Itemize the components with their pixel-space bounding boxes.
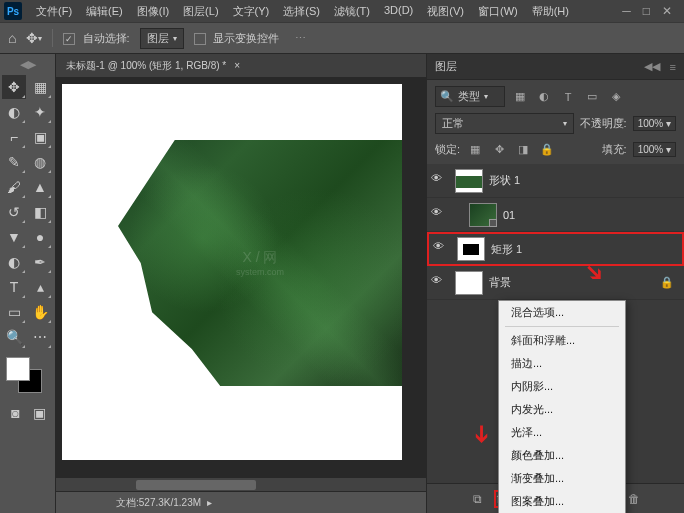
hand-tool[interactable]: ✋ (28, 300, 52, 324)
canvas[interactable]: X / 网 system.com (62, 84, 402, 460)
filter-pixel-icon[interactable]: ▦ (511, 88, 529, 106)
tab-close-button[interactable]: × (234, 60, 240, 71)
document-tab[interactable]: 未标题-1 @ 100% (矩形 1, RGB/8) * × (56, 54, 426, 78)
history-brush-tool[interactable]: ↺ (2, 200, 26, 224)
fx-menu-item[interactable]: 颜色叠加... (499, 444, 625, 467)
heal-tool[interactable]: ◍ (28, 150, 52, 174)
opacity-field[interactable]: 100% ▾ (633, 116, 676, 131)
brush-tool[interactable]: 🖌 (2, 175, 26, 199)
panel-expand-icon[interactable]: ◀◀ (644, 60, 660, 73)
canvas-area[interactable]: X / 网 system.com (56, 78, 426, 477)
filter-adjust-icon[interactable]: ◐ (535, 88, 553, 106)
layer-name[interactable]: 形状 1 (489, 173, 520, 188)
rectangle-tool[interactable]: ▭ (2, 300, 26, 324)
stamp-tool[interactable]: ▲ (28, 175, 52, 199)
fx-menu-item[interactable]: 渐变叠加... (499, 467, 625, 490)
statusbar: 文档:527.3K/1.23M ▸ (56, 491, 426, 513)
layer-type-dropdown[interactable]: 图层 ▾ (140, 28, 184, 49)
menu-view[interactable]: 视图(V) (421, 2, 470, 21)
layers-panel-options: 🔍 类型 ▾ ▦ ◐ T ▭ ◈ 正常 ▾ 不透明度: 100% ▾ 锁定: (427, 80, 684, 164)
auto-select-option[interactable]: 自动选择: (63, 31, 129, 46)
blur-tool[interactable]: ● (28, 225, 52, 249)
layer-thumbnail[interactable] (455, 169, 483, 193)
zoom-tool[interactable]: 🔍 (2, 325, 26, 349)
layer-row[interactable]: 👁形状 1 (427, 164, 684, 198)
delete-layer-icon[interactable]: 🗑 (624, 490, 644, 508)
filter-smart-icon[interactable]: ◈ (607, 88, 625, 106)
menu-window[interactable]: 窗口(W) (472, 2, 524, 21)
eyedropper-tool[interactable]: ✎ (2, 150, 26, 174)
layer-thumbnail[interactable] (457, 237, 485, 261)
filter-type-icon[interactable]: T (559, 88, 577, 106)
layer-thumbnail[interactable] (455, 271, 483, 295)
eraser-tool[interactable]: ◧ (28, 200, 52, 224)
layer-row[interactable]: 👁背景🔒 (427, 266, 684, 300)
dodge-tool[interactable]: ◐ (2, 250, 26, 274)
lock-all-icon[interactable]: 🔒 (538, 140, 556, 158)
menu-type[interactable]: 文字(Y) (227, 2, 276, 21)
menu-file[interactable]: 文件(F) (30, 2, 78, 21)
lock-pixels-icon[interactable]: ▦ (466, 140, 484, 158)
minimize-button[interactable]: ─ (622, 4, 631, 18)
layer-filter-dropdown[interactable]: 🔍 类型 ▾ (435, 86, 505, 107)
show-transform-checkbox[interactable] (194, 33, 206, 45)
gradient-tool[interactable]: ▼ (2, 225, 26, 249)
screen-mode-button[interactable]: ▣ (28, 401, 52, 425)
fx-menu-item[interactable]: 描边... (499, 352, 625, 375)
layer-name[interactable]: 背景 (489, 275, 511, 290)
crop-tool[interactable]: ⌐ (2, 125, 26, 149)
show-transform-option[interactable]: 显示变换控件 (194, 31, 279, 46)
layer-name[interactable]: 矩形 1 (491, 242, 522, 257)
home-button[interactable]: ⌂ (8, 30, 16, 46)
fx-menu-item[interactable]: 光泽... (499, 421, 625, 444)
visibility-toggle[interactable]: 👁 (433, 240, 451, 258)
lock-position-icon[interactable]: ✥ (490, 140, 508, 158)
menu-filter[interactable]: 滤镜(T) (328, 2, 376, 21)
menu-edit[interactable]: 编辑(E) (80, 2, 129, 21)
menu-3d[interactable]: 3D(D) (378, 2, 419, 21)
fx-menu-item[interactable]: 内发光... (499, 398, 625, 421)
close-button[interactable]: ✕ (662, 4, 672, 18)
toolbox-collapse[interactable]: ◀▶ (2, 58, 53, 71)
maximize-button[interactable]: □ (643, 4, 650, 18)
fx-menu-item[interactable]: 内阴影... (499, 375, 625, 398)
layer-thumbnail[interactable] (469, 203, 497, 227)
fx-menu-item[interactable]: 斜面和浮雕... (499, 329, 625, 352)
fx-menu-item[interactable]: 混合选项... (499, 301, 625, 324)
pen-tool[interactable]: ✒ (28, 250, 52, 274)
scroll-thumb[interactable] (136, 480, 256, 490)
menu-image[interactable]: 图像(I) (131, 2, 175, 21)
menu-help[interactable]: 帮助(H) (526, 2, 575, 21)
lock-artboard-icon[interactable]: ◨ (514, 140, 532, 158)
type-tool[interactable]: T (2, 275, 26, 299)
layers-panel-header[interactable]: 图层 ◀◀ ≡ (427, 54, 684, 80)
artboard-tool[interactable]: ▦ (28, 75, 52, 99)
visibility-toggle[interactable]: 👁 (431, 206, 449, 224)
foreground-color[interactable] (6, 357, 30, 381)
layer-row[interactable]: 👁矩形 1 (427, 232, 684, 266)
link-layers-icon[interactable]: ⧉ (468, 490, 488, 508)
layer-row[interactable]: 👁01 (427, 198, 684, 232)
fill-field[interactable]: 100% ▾ (633, 142, 676, 157)
visibility-toggle[interactable]: 👁 (431, 172, 449, 190)
lasso-tool[interactable]: ◐ (2, 100, 26, 124)
fx-menu-item[interactable]: 图案叠加... (499, 490, 625, 513)
more-options-icon[interactable]: ⋯ (295, 32, 306, 45)
menu-select[interactable]: 选择(S) (277, 2, 326, 21)
panel-menu-icon[interactable]: ≡ (670, 61, 676, 73)
quick-mask-button[interactable]: ◙ (4, 401, 28, 425)
auto-select-checkbox[interactable] (63, 33, 75, 45)
filter-shape-icon[interactable]: ▭ (583, 88, 601, 106)
app-logo: Ps (4, 2, 22, 20)
color-swatches[interactable] (6, 357, 46, 397)
blend-mode-dropdown[interactable]: 正常 ▾ (435, 113, 574, 134)
visibility-toggle[interactable]: 👁 (431, 274, 449, 292)
horizontal-scrollbar[interactable] (56, 477, 426, 491)
path-select-tool[interactable]: ▴ (28, 275, 52, 299)
menu-layer[interactable]: 图层(L) (177, 2, 224, 21)
frame-tool[interactable]: ▣ (28, 125, 52, 149)
layer-name[interactable]: 01 (503, 209, 515, 221)
move-tool[interactable]: ✥ (2, 75, 26, 99)
magic-wand-tool[interactable]: ✦ (28, 100, 52, 124)
edit-toolbar-tool[interactable]: ⋯ (28, 325, 52, 349)
